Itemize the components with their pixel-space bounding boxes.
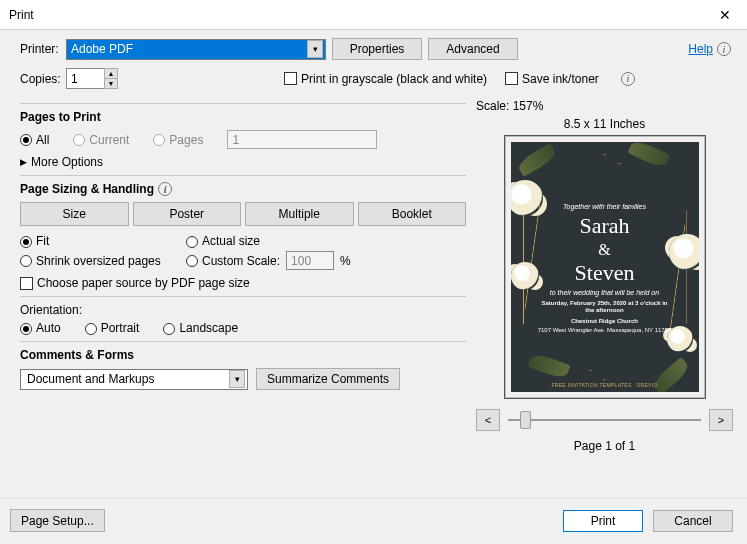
size-tab[interactable]: Size xyxy=(20,202,129,226)
invite-footer: FREE INVITATION TEMPLATES · DREVIO xyxy=(511,382,699,388)
triangle-right-icon: ▶ xyxy=(20,157,27,167)
copies-row: Copies: ▲ ▼ Print in grayscale (black an… xyxy=(0,66,747,97)
pages-to-print-heading: Pages to Print xyxy=(20,110,466,124)
page-counter: Page 1 of 1 xyxy=(476,439,733,453)
help-info-icon[interactable]: i xyxy=(717,42,731,56)
actual-size-radio[interactable]: Actual size xyxy=(186,234,260,248)
leaf-decoration xyxy=(627,142,670,170)
orientation-portrait-radio[interactable]: Portrait xyxy=(85,321,140,335)
copies-spinner[interactable]: ▲ ▼ xyxy=(66,68,118,89)
custom-scale-input[interactable] xyxy=(286,251,334,270)
printer-combo[interactable]: Adobe PDF ▾ xyxy=(66,39,326,60)
scale-label: Scale: 157% xyxy=(476,99,733,113)
sizing-heading: Page Sizing & Handling i xyxy=(20,182,466,196)
radio-icon xyxy=(20,236,32,248)
radio-icon xyxy=(186,255,198,267)
invite-amp: & xyxy=(537,240,673,259)
invite-name2: Steven xyxy=(537,261,673,285)
help-link[interactable]: Help xyxy=(688,42,713,56)
title-bar: Print ✕ xyxy=(0,0,747,30)
checkbox-icon xyxy=(20,277,33,290)
fit-radio[interactable]: Fit xyxy=(20,234,49,248)
comments-selected: Document and Markups xyxy=(27,372,154,386)
radio-icon xyxy=(73,134,85,146)
print-button[interactable]: Print xyxy=(563,510,643,532)
prev-page-button[interactable]: < xyxy=(476,409,500,431)
close-button[interactable]: ✕ xyxy=(702,0,747,29)
zoom-slider[interactable] xyxy=(508,411,701,429)
pages-current-radio[interactable]: Current xyxy=(73,133,129,147)
radio-icon xyxy=(163,323,175,335)
more-options-toggle[interactable]: ▶ More Options xyxy=(20,155,466,169)
printer-selected: Adobe PDF xyxy=(71,42,133,56)
spin-down-icon[interactable]: ▼ xyxy=(104,78,118,89)
invite-line2: Saturday, February 25th, 2020 at 3 o'clo… xyxy=(537,300,673,314)
cancel-button[interactable]: Cancel xyxy=(653,510,733,532)
printer-row: Printer: Adobe PDF ▾ Properties Advanced… xyxy=(0,30,747,66)
page-setup-button[interactable]: Page Setup... xyxy=(10,509,105,532)
orientation-auto-radio[interactable]: Auto xyxy=(20,321,61,335)
radio-icon xyxy=(186,236,198,248)
poster-tab[interactable]: Poster xyxy=(133,202,242,226)
preview-column: Scale: 157% 8.5 x 11 Inches Together wit… xyxy=(476,97,733,457)
invite-name1: Sarah xyxy=(537,214,673,238)
radio-icon xyxy=(153,134,165,146)
pages-range-input[interactable] xyxy=(227,130,377,149)
slider-track xyxy=(508,419,701,421)
spin-up-icon[interactable]: ▲ xyxy=(104,68,118,78)
pages-all-radio[interactable]: All xyxy=(20,133,49,147)
preview-frame: Together with their families Sarah & Ste… xyxy=(504,135,706,399)
close-icon: ✕ xyxy=(719,7,731,23)
bottom-bar: Page Setup... Print Cancel xyxy=(0,498,747,544)
advanced-button[interactable]: Advanced xyxy=(428,38,518,60)
leaf-decoration xyxy=(527,352,570,381)
summarize-comments-button[interactable]: Summarize Comments xyxy=(256,368,400,390)
booklet-tab[interactable]: Booklet xyxy=(358,202,467,226)
radio-icon xyxy=(85,323,97,335)
chevron-down-icon: ▾ xyxy=(229,370,245,388)
paper-size-label: 8.5 x 11 Inches xyxy=(476,117,733,131)
invite-line1: to their wedding that will be held on xyxy=(537,289,673,297)
leaf-decoration xyxy=(515,143,558,177)
save-ink-label: Save ink/toner xyxy=(522,72,599,86)
left-column: Pages to Print All Current Pages ▶ More … xyxy=(20,97,466,457)
shrink-radio[interactable]: Shrink oversized pages xyxy=(20,254,161,268)
next-page-button[interactable]: > xyxy=(709,409,733,431)
comments-heading: Comments & Forms xyxy=(20,348,466,362)
printer-label: Printer: xyxy=(20,42,60,56)
radio-icon xyxy=(20,255,32,267)
sizing-info-icon[interactable]: i xyxy=(158,182,172,196)
properties-button[interactable]: Properties xyxy=(332,38,422,60)
radio-icon xyxy=(20,134,32,146)
percent-label: % xyxy=(340,254,351,268)
multiple-tab[interactable]: Multiple xyxy=(245,202,354,226)
preview-content: Together with their families Sarah & Ste… xyxy=(511,142,699,392)
grayscale-checkbox[interactable]: Print in grayscale (black and white) xyxy=(284,72,487,86)
save-ink-checkbox[interactable]: Save ink/toner xyxy=(505,72,599,86)
copies-label: Copies: xyxy=(20,72,60,86)
slider-thumb[interactable] xyxy=(520,411,531,429)
checkbox-icon xyxy=(284,72,297,85)
copies-input[interactable] xyxy=(66,68,104,89)
checkbox-icon xyxy=(505,72,518,85)
choose-paper-checkbox[interactable]: Choose paper source by PDF page size xyxy=(20,276,466,290)
save-ink-info-icon[interactable]: i xyxy=(621,72,635,86)
chevron-down-icon: ▾ xyxy=(307,40,323,58)
invite-top: Together with their families xyxy=(537,203,673,211)
comments-combo[interactable]: Document and Markups ▾ xyxy=(20,369,248,390)
grayscale-label: Print in grayscale (black and white) xyxy=(301,72,487,86)
orientation-landscape-radio[interactable]: Landscape xyxy=(163,321,238,335)
custom-scale-radio[interactable]: Custom Scale: xyxy=(186,254,280,268)
invite-addr: 7107 West Wrangler Ave. Massapequa, NY 1… xyxy=(537,327,673,334)
invite-venue: Chestnut Ridge Church xyxy=(537,318,673,325)
radio-icon xyxy=(20,323,32,335)
window-title: Print xyxy=(9,8,34,22)
pages-range-radio[interactable]: Pages xyxy=(153,133,203,147)
orientation-heading: Orientation: xyxy=(20,303,466,317)
